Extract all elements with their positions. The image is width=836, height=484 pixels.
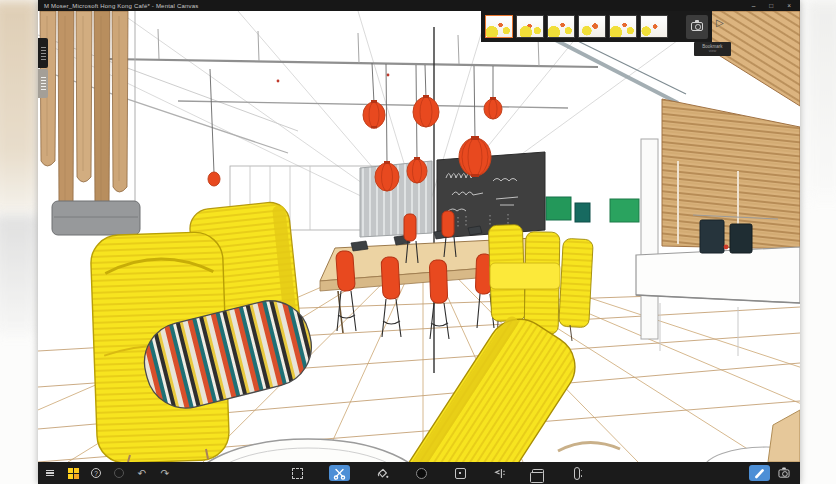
undo-icon: ↶ — [138, 466, 147, 480]
bookmark-thumbnail-4[interactable] — [578, 15, 606, 38]
color-swatch[interactable] — [414, 466, 428, 480]
bookmark-tooltip: Bookmark view — [694, 42, 731, 56]
bookmark-thumbnail-5[interactable] — [609, 15, 637, 38]
sync-icon — [114, 468, 124, 478]
bookmark-camera-button[interactable] — [686, 15, 708, 39]
square-dot-icon — [455, 468, 466, 479]
help-icon: ? — [91, 468, 101, 478]
flag-icon — [493, 467, 506, 480]
window-title: M Moser_Microsoft Hong Kong Café* - Ment… — [38, 3, 199, 9]
minimize-button[interactable]: – — [752, 0, 756, 11]
select-marquee-tool[interactable] — [290, 466, 304, 480]
left-panel-tabs — [38, 38, 48, 98]
menu-icon — [46, 470, 54, 477]
title-bar[interactable]: M Moser_Microsoft Hong Kong Café* - Ment… — [38, 0, 800, 11]
letterbox-right — [800, 0, 836, 484]
new-canvas-tool[interactable] — [453, 466, 467, 480]
canvas-flag-tool[interactable] — [492, 466, 506, 480]
camera-icon — [691, 22, 703, 31]
bookmark-thumbnail-6[interactable] — [640, 15, 668, 38]
menu-button[interactable] — [43, 466, 57, 480]
panel-tab-bottom[interactable] — [38, 69, 48, 98]
panel-tab-top[interactable] — [38, 38, 48, 68]
scissors-icon — [333, 467, 346, 480]
play-presentation-button[interactable]: ▷ — [716, 17, 724, 28]
screen: M Moser_Microsoft Hong Kong Café* - Ment… — [0, 0, 836, 484]
mental-canvas-window: M Moser_Microsoft Hong Kong Café* - Ment… — [38, 0, 800, 484]
curtained-window — [40, 11, 140, 235]
current-color-swatch — [416, 468, 427, 479]
slider-pill-icon — [574, 467, 580, 480]
scissors-tool[interactable] — [329, 465, 350, 481]
marquee-icon — [292, 468, 303, 479]
redo-icon: ↷ — [161, 466, 170, 480]
undo-button[interactable]: ↶ — [135, 466, 149, 480]
bookmark-thumbnail-1[interactable] — [485, 15, 513, 38]
maximize-button[interactable]: □ — [769, 0, 773, 11]
close-button[interactable]: × — [787, 0, 791, 11]
letterbox-left — [0, 0, 38, 484]
fill-bucket-icon — [376, 467, 389, 480]
bottom-toolbar: ? ↶ ↷ — [38, 462, 800, 484]
fill-bucket-tool[interactable] — [375, 466, 389, 480]
blur-reflection — [0, 0, 38, 215]
app-grid-icon — [68, 468, 79, 479]
help-button[interactable]: ? — [89, 466, 103, 480]
draw-tool[interactable] — [749, 465, 770, 481]
blur-reflection — [0, 215, 38, 335]
drawing-canvas[interactable] — [38, 11, 800, 462]
blur-reflection — [806, 0, 836, 200]
sync-button[interactable] — [112, 466, 126, 480]
pen-stroke-icon — [753, 467, 766, 480]
bookmarks-filmstrip — [481, 11, 712, 42]
slice-tool[interactable] — [570, 466, 584, 480]
camera-view-tool[interactable] — [777, 466, 791, 480]
camera-icon — [778, 469, 789, 477]
app-grid-button[interactable] — [66, 466, 80, 480]
redo-button[interactable]: ↷ — [158, 466, 172, 480]
canvas-artwork[interactable] — [38, 11, 800, 462]
bookmark-thumbnail-3[interactable] — [547, 15, 575, 38]
tooltip-line2: view — [695, 49, 730, 54]
overlap-rects-icon — [532, 469, 544, 478]
bookmark-thumbnail-2[interactable] — [516, 15, 544, 38]
duplicate-canvas-tool[interactable] — [531, 466, 545, 480]
